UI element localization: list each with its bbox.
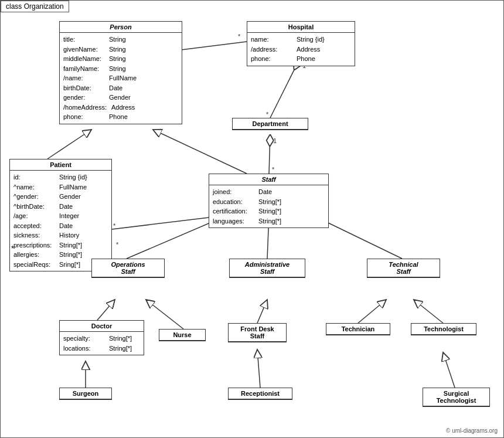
class-staff: Staff joined:Date education:String[*] ce…	[209, 174, 329, 228]
class-staff-body: joined:Date education:String[*] certific…	[209, 185, 328, 228]
patient-multiplicity: *	[11, 244, 14, 253]
svg-text:*: *	[113, 222, 116, 229]
svg-line-11	[153, 130, 247, 174]
svg-line-4	[270, 59, 299, 118]
class-front-desk-staff: Front DeskStaff	[228, 323, 287, 342]
svg-line-18	[97, 300, 115, 320]
svg-line-19	[146, 300, 183, 329]
svg-line-21	[358, 300, 386, 323]
svg-line-22	[414, 300, 443, 323]
class-receptionist-header: Receptionist	[229, 388, 292, 399]
class-technical-staff: TechnicalStaff	[367, 259, 440, 278]
class-operations-staff: OperationsStaff	[91, 259, 165, 278]
svg-line-24	[257, 349, 260, 388]
class-operations-staff-header: OperationsStaff	[92, 259, 164, 277]
class-administrative-staff-header: AdministrativeStaff	[230, 259, 305, 277]
class-person-body: title:String givenName:String middleName…	[60, 33, 182, 124]
class-nurse: Nurse	[159, 329, 206, 341]
class-staff-header: Staff	[209, 174, 328, 185]
svg-line-12	[112, 218, 209, 229]
class-hospital: Hospital name:String {id} /address:Addre…	[247, 21, 355, 66]
class-department-header: Department	[233, 118, 308, 130]
class-person-header: Person	[60, 22, 182, 33]
class-surgical-technologist: SurgicalTechnologist	[423, 388, 490, 407]
svg-line-7	[269, 134, 270, 174]
svg-line-10	[47, 130, 91, 159]
svg-text:*: *	[238, 33, 241, 40]
class-doctor: Doctor specialty:String[*] locations:Str…	[59, 320, 144, 355]
svg-text:*: *	[266, 111, 269, 118]
svg-line-1	[176, 42, 247, 50]
diagram-title: class Organization	[1, 1, 69, 12]
class-person: Person title:String givenName:String mid…	[59, 21, 182, 124]
class-doctor-body: specialty:String[*] locations:String[*]	[60, 332, 144, 355]
class-technician-header: Technician	[326, 324, 390, 335]
class-patient-header: Patient	[10, 159, 111, 171]
class-hospital-body: name:String {id} /address:Address phone:…	[247, 33, 355, 66]
svg-text:1: 1	[273, 137, 277, 144]
class-patient: Patient id:String {id} ^name:FullName ^g…	[9, 159, 112, 271]
svg-line-20	[257, 300, 267, 323]
class-technologist-header: Technologist	[411, 324, 476, 335]
svg-line-25	[443, 352, 455, 388]
diagram-container: class Organization * * 1 *	[0, 0, 504, 438]
class-front-desk-staff-header: Front DeskStaff	[229, 324, 286, 342]
copyright: © uml-diagrams.org	[446, 427, 498, 434]
svg-text:*: *	[116, 241, 119, 248]
class-technical-staff-header: TechnicalStaff	[367, 259, 440, 277]
class-surgeon-header: Surgeon	[60, 388, 111, 399]
class-doctor-header: Doctor	[60, 321, 144, 332]
class-patient-body: id:String {id} ^name:FullName ^gender:Ge…	[10, 171, 111, 271]
svg-text:*: *	[272, 166, 275, 173]
class-technician: Technician	[326, 323, 390, 335]
class-administrative-staff: AdministrativeStaff	[229, 259, 305, 278]
class-technologist: Technologist	[411, 323, 476, 335]
class-surgical-technologist-header: SurgicalTechnologist	[423, 388, 489, 406]
class-receptionist: Receptionist	[228, 388, 292, 400]
class-department: Department	[232, 118, 308, 130]
class-hospital-header: Hospital	[247, 22, 355, 33]
class-nurse-header: Nurse	[159, 330, 205, 341]
class-surgeon: Surgeon	[59, 388, 112, 400]
